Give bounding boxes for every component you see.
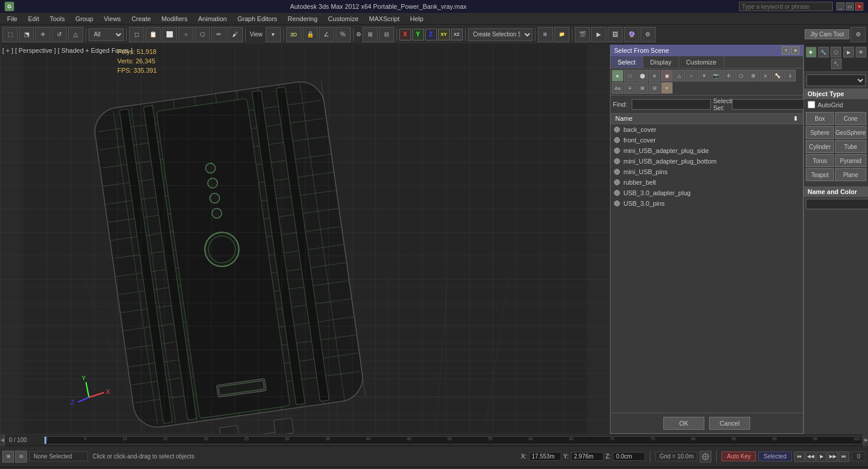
expand-all-btn[interactable]: ⊞ bbox=[636, 82, 648, 94]
x-coord-value[interactable]: 17.553m bbox=[529, 452, 561, 461]
menu-views[interactable]: Views bbox=[99, 14, 126, 23]
snap-toggle-btn[interactable]: 🔒 bbox=[303, 27, 318, 42]
view-dropdown-btn[interactable]: ▾ bbox=[266, 27, 281, 42]
more-options-btn[interactable]: ▾ bbox=[661, 82, 673, 94]
lasso-select-btn[interactable]: ✏ bbox=[211, 27, 226, 42]
list-item-mini-usb-pins[interactable]: mini_USB_pins bbox=[611, 166, 803, 177]
selection-set-input[interactable] bbox=[732, 99, 811, 110]
utilities-panel-btn[interactable]: 🔨 bbox=[831, 59, 842, 69]
cancel-button[interactable]: Cancel bbox=[709, 417, 750, 430]
rotate-btn[interactable]: ↺ bbox=[52, 27, 67, 42]
scale-btn[interactable]: △ bbox=[68, 27, 83, 42]
axis-xz-btn[interactable]: XZ bbox=[451, 29, 463, 40]
mirror-btn[interactable]: ⊟ bbox=[379, 27, 394, 42]
teapot-btn[interactable]: Teapot bbox=[806, 168, 834, 181]
menu-group[interactable]: Group bbox=[70, 14, 98, 23]
render-settings-btn[interactable]: ⚙ bbox=[640, 27, 656, 42]
list-item-usb30-pins[interactable]: USB_3.0_pins bbox=[611, 198, 803, 209]
menu-help[interactable]: Help bbox=[405, 14, 428, 23]
geosphere-btn[interactable]: GeoSphere bbox=[835, 126, 866, 139]
display-subtree-btn[interactable]: ⇓ bbox=[784, 70, 796, 81]
menu-graph-editors[interactable]: Graph Editors bbox=[233, 14, 282, 23]
modify-panel-btn[interactable]: 🔧 bbox=[818, 47, 829, 57]
pyramid-btn[interactable]: Pyramid bbox=[835, 154, 866, 167]
paint-select-btn[interactable]: 🖌 bbox=[228, 27, 243, 42]
tab-customize[interactable]: Customize bbox=[679, 56, 724, 68]
filter-space-warp-btn[interactable]: ⬡ bbox=[735, 70, 747, 81]
create-panel-btn[interactable]: ✚ bbox=[806, 47, 816, 57]
menu-file[interactable]: File bbox=[2, 14, 22, 23]
rect-select-btn[interactable]: ⬜ bbox=[162, 27, 177, 42]
tube-btn[interactable]: Tube bbox=[835, 140, 866, 153]
status-tool-btn1[interactable]: ⊞ bbox=[2, 451, 14, 463]
circle-select-btn[interactable]: ○ bbox=[178, 27, 194, 42]
close-button[interactable]: ✕ bbox=[855, 2, 863, 11]
primitives-dropdown[interactable]: Standard Primitives bbox=[806, 74, 866, 86]
timeline-track[interactable]: 0 5 10 15 20 25 30 35 40 45 50 55 60 65 … bbox=[44, 436, 862, 444]
select-none-btn[interactable]: □ bbox=[624, 70, 636, 81]
y-coord-value[interactable]: 2.976m bbox=[571, 452, 603, 461]
current-frame[interactable]: 0 bbox=[852, 451, 866, 461]
menu-edit[interactable]: Edit bbox=[23, 14, 44, 23]
snap-angle-btn[interactable]: ∠ bbox=[319, 27, 334, 42]
dialog-close-btn[interactable]: ✕ bbox=[791, 46, 799, 55]
list-item-usb30-adapter-plug[interactable]: USB_3.0_adapter_plug bbox=[611, 188, 803, 198]
expand-collapse-icon[interactable]: ⬍ bbox=[793, 115, 798, 123]
fence-select-btn[interactable]: ⬡ bbox=[195, 27, 210, 42]
list-item-mini-usb-plug-bottom[interactable]: mini_USB_adapter_plug_bottom bbox=[611, 156, 803, 166]
move-btn[interactable]: ✛ bbox=[35, 27, 50, 42]
filter-xref-btn[interactable]: X bbox=[760, 70, 771, 81]
list-item-mini-usb-plug-side[interactable]: mini_USB_adapter_plug_side bbox=[611, 145, 803, 156]
list-item-front-cover[interactable]: front_cover bbox=[611, 135, 803, 145]
axis-y-btn[interactable]: Y bbox=[412, 29, 424, 40]
viewport[interactable]: [ + ] [ Perspective ] [ Shaded + Edged F… bbox=[0, 45, 610, 434]
filter-bone-btn[interactable]: 🦴 bbox=[772, 70, 784, 81]
select-depedents-btn[interactable]: ⊟ bbox=[649, 82, 660, 94]
z-coord-value[interactable]: 0.0cm bbox=[613, 452, 645, 461]
find-input[interactable] bbox=[632, 99, 711, 110]
quick-render-btn[interactable]: ▶ bbox=[591, 27, 606, 42]
viewport-label[interactable]: [ + ] [ Perspective ] [ Shaded + Edged F… bbox=[2, 47, 133, 54]
play-btn[interactable]: ▶ bbox=[816, 451, 827, 462]
next-frame-btn[interactable]: ▶ bbox=[863, 434, 868, 446]
jty-cam-tool-btn[interactable]: Jty Cam Tool bbox=[805, 29, 849, 39]
dialog-help-btn[interactable]: ? bbox=[782, 46, 790, 55]
goto-start-btn[interactable]: ⏮ bbox=[794, 451, 805, 462]
cam-tool-btn[interactable]: ⚙ bbox=[850, 27, 866, 42]
object-name-input[interactable] bbox=[806, 199, 868, 209]
filter-helper-btn[interactable]: ✛ bbox=[723, 70, 734, 81]
select-by-color-btn[interactable]: ◼ bbox=[661, 70, 673, 81]
display-panel-btn[interactable]: 👁 bbox=[856, 47, 866, 57]
sphere-btn[interactable]: Sphere bbox=[806, 126, 834, 139]
filter-geo-btn[interactable]: △ bbox=[673, 70, 685, 81]
motion-panel-btn[interactable]: ▶ bbox=[843, 47, 854, 57]
list-item-rubber-belt[interactable]: rubber_belt bbox=[611, 177, 803, 188]
axis-xy-btn[interactable]: XY bbox=[438, 29, 450, 40]
axis-z-btn[interactable]: Z bbox=[425, 29, 437, 40]
menu-tools[interactable]: Tools bbox=[45, 14, 70, 23]
case-sensitive-btn[interactable]: Aa bbox=[612, 82, 623, 94]
render-frame-btn[interactable]: 🖼 bbox=[608, 27, 623, 42]
autokey-btn[interactable]: Auto Key bbox=[721, 451, 756, 461]
autogrid-checkbox[interactable] bbox=[808, 101, 815, 108]
hierarchy-panel-btn[interactable]: ⬡ bbox=[830, 47, 841, 57]
create-selection-dropdown[interactable]: Create Selection S... bbox=[468, 28, 533, 41]
select-invert-btn[interactable]: ⬤ bbox=[636, 70, 648, 81]
menu-modifiers[interactable]: Modifiers bbox=[157, 14, 192, 23]
next-key-btn[interactable]: ▶▶ bbox=[828, 451, 838, 462]
tab-select[interactable]: Select bbox=[611, 56, 643, 68]
select-object-btn[interactable]: ◻ bbox=[129, 27, 144, 42]
menu-animation[interactable]: Animation bbox=[194, 14, 232, 23]
status-tool-btn2[interactable]: ⊟ bbox=[15, 451, 27, 463]
snap-percent-btn[interactable]: % bbox=[335, 27, 351, 42]
grid-icon-btn[interactable] bbox=[700, 451, 711, 463]
render-scene-btn[interactable]: 🎬 bbox=[575, 27, 590, 42]
minimize-button[interactable]: _ bbox=[836, 2, 845, 11]
box-btn[interactable]: Box bbox=[806, 112, 834, 125]
layer-manager-btn[interactable]: ⊞ bbox=[538, 27, 553, 42]
ok-button[interactable]: OK bbox=[663, 417, 704, 430]
display-layers-btn[interactable]: ≡ bbox=[624, 82, 636, 94]
plane-btn[interactable]: Plane bbox=[835, 168, 866, 181]
filter-group-btn[interactable]: ⊞ bbox=[747, 70, 759, 81]
timeline-cursor[interactable] bbox=[45, 437, 46, 444]
